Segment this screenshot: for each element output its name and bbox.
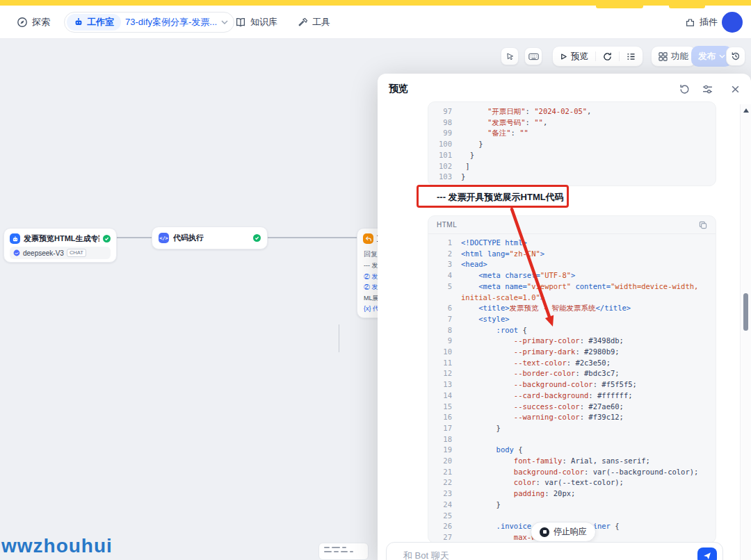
nav-explore-label: 探索: [32, 16, 50, 28]
code-line: 17 }: [438, 423, 711, 434]
nav-knowledge-label: 知识库: [250, 16, 277, 28]
code-line: 14 --card-background: #ffffff;: [438, 390, 711, 402]
studio-icon: [74, 17, 83, 27]
play-icon: [560, 53, 567, 60]
chevron-down-icon: [719, 54, 725, 58]
node-code[interactable]: </> 代码执行: [152, 227, 268, 249]
auto-layout-button[interactable]: [501, 47, 519, 65]
send-button[interactable]: [697, 547, 717, 560]
grid-icon: [659, 52, 668, 61]
stop-responding-button[interactable]: 停止响应: [531, 522, 596, 542]
tools-icon: [298, 17, 308, 28]
deepseek-icon: [13, 249, 20, 256]
nav-studio[interactable]: 工作室: [67, 14, 121, 31]
code-line: 102 ]: [438, 161, 711, 172]
history-icon: [731, 51, 741, 61]
preview-panel: 预览 97 "开票日期": "2024-02-05",98 "发票号码": ""…: [378, 74, 751, 560]
code-line: 18: [438, 434, 711, 445]
copy-icon[interactable]: [699, 221, 707, 229]
panel-scrollbar[interactable]: [740, 104, 751, 560]
nav-explore[interactable]: 探索: [17, 6, 50, 39]
settings-icon[interactable]: [702, 84, 713, 94]
code-line: initial-scale=1.0">: [438, 293, 711, 304]
model-selector[interactable]: deepseek-V3 CHAT: [10, 247, 111, 259]
nav-knowledge[interactable]: 知识库: [235, 6, 277, 39]
code-line: 23 padding: 20px;: [438, 488, 711, 500]
close-icon[interactable]: [731, 85, 740, 94]
watermark: wwzhouhui: [1, 535, 113, 557]
reply-icon: [363, 233, 373, 244]
code-line: 7 <style>: [438, 314, 711, 325]
code-line: 97 "开票日期": "2024-02-05",: [438, 106, 711, 117]
node-llm[interactable]: 发票预览HTML生成专家 deepseek-V3 CHAT: [3, 228, 117, 263]
checklist-icon: [627, 53, 636, 60]
code-icon: </>: [159, 233, 169, 243]
chat-input-placeholder: 和 Bot 聊天: [403, 550, 697, 560]
success-icon: [253, 234, 261, 242]
book-icon: [235, 17, 246, 28]
reset-button[interactable]: [596, 47, 619, 66]
code-line: 99 "备注": "": [438, 128, 711, 139]
node-title: 代码执行: [173, 233, 249, 243]
code-line: 1<!DOCTYPE html>: [438, 238, 711, 249]
code-line: 22 color: var(--text-color);: [438, 477, 711, 488]
code-line: 10 --primary-dark: #2980b9;: [438, 347, 711, 358]
shortcut-button[interactable]: [524, 47, 542, 65]
workflow-edge: [268, 237, 357, 238]
code-block-header: HTML: [428, 216, 716, 234]
nav-tools[interactable]: 工具: [298, 6, 330, 39]
code-line: 15 --success-color: #27ae60;: [438, 402, 711, 413]
chat-input[interactable]: 和 Bot 聊天: [386, 542, 723, 560]
preview-button-label: 预览: [571, 51, 588, 63]
run-toolbar: 预览: [552, 46, 643, 67]
nav-studio-label: 工作室: [87, 16, 114, 28]
publish-button-label: 发布: [698, 51, 716, 63]
code-line: 8 :root {: [438, 325, 711, 336]
keyboard-icon: [528, 53, 539, 60]
code-block-json: 97 "开票日期": "2024-02-05",98 "发票号码": "",99…: [428, 101, 716, 186]
node-title: 发票预览HTML生成专家: [24, 233, 99, 244]
features-button-label: 功能: [671, 51, 688, 63]
top-banner-tab: [669, 0, 705, 8]
model-mode-tag: CHAT: [67, 249, 86, 257]
code-line: 100 }: [438, 139, 711, 150]
pointer-icon: [506, 52, 515, 61]
code-line: 20 font-family: Arial, sans-serif;: [438, 456, 711, 467]
scrollbar-thumb[interactable]: [743, 293, 748, 331]
history-button[interactable]: [726, 47, 745, 66]
code-line: 21 background-color: var(--background-co…: [438, 467, 711, 478]
code-line: 3<head>: [438, 259, 711, 270]
code-line: 16 --warning-color: #f39c12;: [438, 412, 711, 423]
chevron-down-icon: [221, 20, 228, 24]
top-banner-tab: [596, 0, 643, 8]
code-line: 101 }: [438, 150, 711, 161]
code-line: 98 "发票号码": "",: [438, 117, 711, 129]
checklist-button[interactable]: [620, 47, 643, 66]
app-switcher[interactable]: 工作室 73-dify案例分享-发票...: [64, 12, 234, 33]
scroll-up-icon[interactable]: [743, 108, 749, 113]
stop-responding-label: 停止响应: [554, 526, 587, 538]
nav-plugins[interactable]: 插件: [685, 6, 718, 39]
code-line: 19 body {: [438, 445, 711, 456]
plugin-icon: [685, 17, 695, 28]
user-avatar[interactable]: [722, 12, 743, 33]
preview-panel-header: 预览: [378, 74, 751, 104]
features-button[interactable]: 功能: [651, 46, 696, 67]
canvas-line: [339, 324, 339, 352]
app-name[interactable]: 73-dify案例分享-发票...: [125, 16, 217, 28]
code-line: 9 --primary-color: #3498db;: [438, 336, 711, 347]
top-navbar: 探索 工作室 73-dify案例分享-发票... 知识库 工具 插件: [0, 6, 751, 39]
success-icon: [103, 235, 111, 242]
code-line: 11 --text-color: #2c3e50;: [438, 358, 711, 369]
code-line: 12 --border-color: #bdc3c7;: [438, 368, 711, 379]
model-name: deepseek-V3: [23, 249, 64, 257]
compass-icon: [17, 17, 28, 28]
refresh-icon[interactable]: [679, 84, 690, 94]
preview-button[interactable]: 预览: [553, 47, 595, 66]
code-line: 25: [438, 511, 711, 522]
reset-icon: [603, 52, 612, 61]
collapsed-node[interactable]: [318, 543, 369, 560]
robot-icon: [10, 233, 20, 244]
code-block-html: HTML 1<!DOCTYPE html>2<html lang="zh-CN"…: [428, 215, 716, 543]
code-line: 103}: [438, 172, 711, 183]
